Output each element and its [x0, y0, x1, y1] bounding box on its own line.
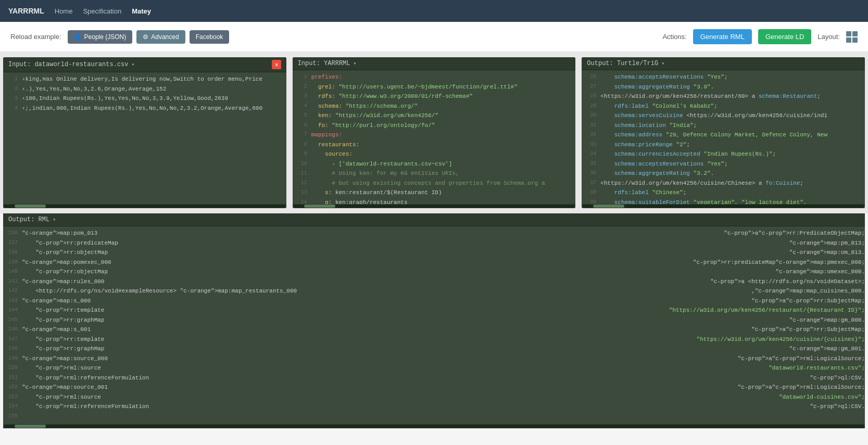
table-row: 11 # Using ken: for my KG entities URIs, — [293, 169, 576, 179]
table-row: 13 s: ken:restaurant/$(Restaurant ID) — [293, 188, 576, 198]
layout-label: Layout: — [817, 33, 840, 41]
table-row: 1›king,Has Online delivery,Is delivering… — [3, 74, 286, 84]
table-row: 3‹100,Indian Rupees(Rs.),Yes,Yes,No,No,3… — [3, 94, 286, 104]
table-row: 35 schema:acceptsReservations "Yes"; — [582, 159, 865, 169]
input-csv-close-button[interactable]: ✕ — [272, 60, 281, 69]
person-icon: 👤 — [74, 33, 82, 41]
table-row: 9 sources: — [293, 149, 576, 159]
table-row: 146"c-orange">map:s_001 "c-prop">a "c-pr… — [3, 325, 865, 335]
table-row: 28<https://w3id.org/um/ken4256/restauran… — [582, 92, 865, 101]
example-buttons: 👤 People (JSON) ⚙ Advanced Facebook — [68, 30, 230, 44]
gear-icon: ⚙ — [143, 33, 148, 41]
table-row: 138 "c-prop">rr:objectMap "c-orange">map… — [3, 248, 865, 258]
input-csv-panel: Input: dataworld-restaurants.csv ▾ ✕ 1›k… — [3, 57, 286, 208]
table-row: 31 schema:location "India"; — [582, 121, 865, 131]
table-row: 4‹;,indian,900,Indian Rupees(Rs.),Yes,No… — [3, 104, 286, 113]
table-row: 142 <http://rdfs.org/ns/void#exampleReso… — [3, 286, 865, 296]
table-row: 6 fo: "http://purl.org/ontology/fo/" — [293, 121, 576, 131]
table-row: 29 rdfs:label "Colonel's Kababz"; — [582, 101, 865, 111]
table-row: 143"c-orange">map:s_000 "c-prop">a "c-pr… — [3, 296, 865, 306]
example-facebook-button[interactable]: Facebook — [190, 30, 230, 44]
output-turtle-title: Output: Turtle/TriG ▾ — [587, 60, 664, 67]
table-row: 155 — [3, 412, 865, 421]
output-turtle-header[interactable]: Output: Turtle/TriG ▾ — [582, 57, 865, 70]
rml-scrollbar[interactable] — [3, 424, 865, 428]
table-row: 37<https://w3id.org/um/ken4256/cuisine/C… — [582, 179, 865, 188]
input-csv-header[interactable]: Input: dataworld-restaurants.csv ▾ ✕ — [3, 57, 286, 72]
reload-example-label: Reload example: — [10, 33, 61, 41]
table-row: 26 schema:acceptsReservations "Yes"; — [582, 72, 865, 82]
csv-scrollbar[interactable] — [3, 204, 286, 208]
table-row: 3 rdfs: "http://www.w3.org/2000/01/rdf-s… — [293, 92, 576, 101]
turtle-scrollbar[interactable] — [582, 204, 865, 208]
table-row: 2 grel: "http://users.ugent.be/~bjdmeest… — [293, 82, 576, 92]
table-row: 30 schema:servesCuisine <https://w3id.or… — [582, 111, 865, 121]
toolbar: Reload example: 👤 People (JSON) ⚙ Advanc… — [0, 22, 868, 52]
input-yarrrml-panel: Input: YARRRML ▾ 1prefixes:2 grel: "http… — [293, 57, 576, 208]
table-row: 145 "c-prop">rr:graphMap "c-orange">map:… — [3, 315, 865, 325]
csv-dropdown-arrow: ▾ — [131, 61, 134, 68]
output-turtle-panel: Output: Turtle/TriG ▾ 26 schema:acceptsR… — [582, 57, 865, 208]
actions-label: Actions: — [662, 33, 686, 41]
table-row: 39 schema:suitableForDiet "vegetarian", … — [582, 198, 865, 205]
table-row: 148 "c-prop">rr:graphMap "c-orange">map:… — [3, 344, 865, 354]
table-row: 27 schema:aggregateRating "3.9". — [582, 82, 865, 92]
table-row: 153 "c-prop">rml:source "dataworld-cuisi… — [3, 392, 865, 402]
table-row: 33 schema:priceRange "2"; — [582, 140, 865, 150]
input-yarrrml-header[interactable]: Input: YARRRML ▾ — [293, 57, 576, 70]
output-rml-panel: Output: RML ▾ 136"c-orange">map:pom_013 … — [3, 213, 865, 428]
yarrrml-dropdown-arrow: ▾ — [354, 60, 357, 67]
table-row: 152"c-orange">map:source_001 "c-prop">a … — [3, 383, 865, 392]
generate-rml-button[interactable]: Generate RML — [693, 29, 752, 44]
table-row: 12 # but using existing concepts and pro… — [293, 179, 576, 188]
input-yarrrml-title: Input: YARRRML ▾ — [298, 60, 357, 67]
navbar-home[interactable]: Home — [55, 7, 73, 15]
table-row: 34 schema:currenciesAccepted "Indian Rup… — [582, 149, 865, 159]
example-people-json-button[interactable]: 👤 People (JSON) — [68, 30, 133, 44]
table-row: 147 "c-prop">rr:template "https://w3id.o… — [3, 335, 865, 345]
table-row: 150 "c-prop">rml:source "dataworld-resta… — [3, 363, 865, 373]
layout-grid-button[interactable] — [846, 31, 858, 43]
table-row: 140 "c-prop">rr:objectMap "c-orange">map… — [3, 267, 865, 277]
table-row: 2‹.),Yes,Yes,No,No,3,2.6,Orange,Average,… — [3, 84, 286, 94]
table-row: 139"c-orange">map:pomexec_000 "c-prop">r… — [3, 258, 865, 268]
turtle-dropdown-arrow: ▾ — [661, 60, 664, 67]
table-row: 141"c-orange">map:rules_000 "c-prop">a <… — [3, 277, 865, 287]
table-row: 137 "c-prop">rr:predicateMap "c-orange">… — [3, 238, 865, 248]
table-row: 1prefixes: — [293, 72, 576, 82]
table-row: 154 "c-prop">rml:referenceFormulation "c… — [3, 402, 865, 412]
table-row: 10 - ['dataworld-restaurants.csv~csv'] — [293, 159, 576, 169]
table-row: 7mappings: — [293, 130, 576, 140]
generate-ld-button[interactable]: Generate LD — [758, 29, 811, 44]
table-row: 8 restaurants: — [293, 140, 576, 150]
navbar-brand: YARRRML — [8, 7, 44, 15]
output-rml-title: Output: RML ▾ — [8, 216, 56, 223]
table-row: 14 g: ken:graph/restaurants — [293, 198, 576, 205]
navbar: YARRRML Home Specification Matey — [0, 0, 868, 22]
input-csv-content[interactable]: 1›king,Has Online delivery,Is delivering… — [3, 72, 286, 204]
table-row: 136"c-orange">map:pom_013 "c-prop">a "c-… — [3, 228, 865, 238]
table-row: 149"c-orange">map:source_000 "c-prop">a … — [3, 354, 865, 364]
table-row: 144 "c-prop">rr:template "https://w3id.o… — [3, 306, 865, 315]
table-row: 151 "c-prop">rml:referenceFormulation "c… — [3, 373, 865, 383]
yarrrml-scrollbar[interactable] — [293, 204, 576, 208]
output-turtle-content[interactable]: 26 schema:acceptsReservations "Yes";27 s… — [582, 70, 865, 204]
navbar-specification[interactable]: Specification — [83, 7, 121, 15]
output-rml-content[interactable]: 136"c-orange">map:pom_013 "c-prop">a "c-… — [3, 226, 865, 424]
output-rml-header[interactable]: Output: RML ▾ — [3, 213, 865, 226]
input-yarrrml-content[interactable]: 1prefixes:2 grel: "http://users.ugent.be… — [293, 70, 576, 204]
example-advanced-button[interactable]: ⚙ Advanced — [136, 30, 185, 44]
table-row: 32 schema:address "29, Defence Colony Ma… — [582, 130, 865, 140]
table-row: 38 rdfs:label "Chinese"; — [582, 188, 865, 198]
table-row: 36 schema:aggregateRating "3.2". — [582, 169, 865, 179]
navbar-matey[interactable]: Matey — [132, 7, 151, 15]
input-csv-title: Input: dataworld-restaurants.csv ▾ — [8, 61, 134, 68]
rml-dropdown-arrow: ▾ — [53, 217, 56, 223]
table-row: 5 ken: "https://w3id.org/um/ken4256/" — [293, 111, 576, 121]
table-row: 4 schema: "https://schema.org/" — [293, 101, 576, 111]
panels-row: Input: dataworld-restaurants.csv ▾ ✕ 1›k… — [0, 52, 868, 213]
